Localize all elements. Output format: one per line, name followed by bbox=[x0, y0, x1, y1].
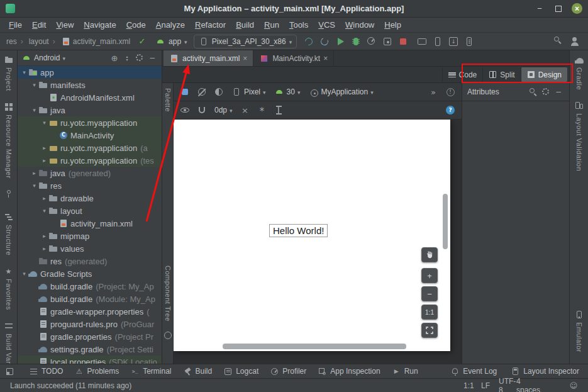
zoom-reset-button[interactable]: 1:1 bbox=[421, 305, 438, 320]
menu-item[interactable]: Analyze bbox=[151, 18, 190, 32]
tree-row[interactable]: ru.yotc.myapplication bbox=[18, 116, 162, 129]
lock-icon[interactable] bbox=[534, 381, 543, 390]
tool-window-button[interactable]: Gradle bbox=[575, 55, 584, 90]
night-mode-icon[interactable] bbox=[213, 86, 225, 98]
tree-row[interactable]: ru.yotc.myapplication (a bbox=[18, 142, 162, 154]
tree-chevron-icon[interactable] bbox=[40, 195, 48, 201]
menu-item[interactable]: Window bbox=[340, 18, 379, 32]
run-icon[interactable] bbox=[333, 35, 347, 48]
help-icon[interactable] bbox=[446, 106, 455, 115]
tool-window-button[interactable]: Resource Manager bbox=[4, 103, 13, 179]
design-canvas[interactable]: Hello World! bbox=[174, 120, 450, 351]
infer-constraints-icon[interactable] bbox=[256, 104, 269, 116]
logcat-device-icon[interactable] bbox=[462, 35, 476, 48]
tab-close-icon[interactable] bbox=[243, 54, 247, 63]
breadcrumb-item[interactable]: layout bbox=[17, 37, 49, 46]
warning-badge-icon[interactable] bbox=[447, 88, 455, 96]
tree-row[interactable]: res (generated) bbox=[18, 255, 162, 267]
design-mode-button[interactable]: Design bbox=[521, 67, 567, 82]
menu-item[interactable]: Code bbox=[121, 18, 151, 32]
tool-window-bar-item[interactable]: Profiler bbox=[270, 367, 306, 376]
menu-item[interactable]: Run bbox=[259, 18, 284, 32]
tool-window-button[interactable] bbox=[4, 189, 13, 201]
status-item[interactable]: 1:1 bbox=[463, 381, 472, 390]
stop-icon[interactable] bbox=[396, 35, 410, 48]
hide-panel-icon[interactable] bbox=[553, 86, 564, 98]
canvas-device-selector[interactable]: Pixel bbox=[230, 86, 268, 98]
orientation-icon[interactable] bbox=[196, 86, 208, 98]
coverage-icon[interactable] bbox=[380, 35, 394, 48]
tool-window-bar-item[interactable]: App Inspection bbox=[318, 367, 380, 376]
tree-row[interactable]: build.gradle (Module: My_Ap bbox=[18, 293, 162, 305]
tree-row[interactable]: activity_main.xml bbox=[18, 217, 162, 230]
tool-window-bar-item[interactable] bbox=[5, 367, 18, 376]
tool-window-button[interactable]: Layout Validation bbox=[575, 101, 584, 171]
zoom-in-button[interactable]: + bbox=[421, 268, 438, 283]
zoom-out-button[interactable]: − bbox=[421, 286, 438, 301]
tree-chevron-icon[interactable] bbox=[40, 145, 48, 151]
tool-window-button[interactable]: Project bbox=[4, 55, 13, 91]
status-item[interactable]: UTF-8 bbox=[499, 381, 508, 390]
menu-item[interactable]: File bbox=[4, 18, 27, 32]
zoom-fit-button[interactable] bbox=[421, 323, 438, 338]
menu-item[interactable]: Navigate bbox=[79, 18, 121, 32]
tree-chevron-icon[interactable] bbox=[30, 82, 38, 88]
tool-window-button[interactable]: Favorites bbox=[4, 267, 13, 310]
tree-row[interactable]: layout bbox=[18, 204, 162, 217]
view-options-icon[interactable] bbox=[179, 104, 191, 116]
reload-icon[interactable] bbox=[318, 35, 331, 48]
device-selector[interactable]: Pixel_3a_API_30_x86 bbox=[194, 35, 297, 48]
tool-window-bar-item[interactable]: Build bbox=[183, 367, 213, 376]
vertical-scrollbar[interactable] bbox=[443, 194, 448, 249]
api-selector[interactable]: 30 bbox=[272, 86, 302, 98]
split-mode-button[interactable]: Split bbox=[482, 67, 520, 82]
tree-row[interactable]: Gradle Scripts bbox=[18, 267, 162, 280]
tree-row[interactable]: proguard-rules.pro (ProGuar bbox=[18, 318, 162, 330]
menu-item[interactable]: Edit bbox=[27, 18, 51, 32]
menu-item[interactable]: Help bbox=[379, 18, 406, 32]
collapse-all-icon[interactable] bbox=[121, 52, 133, 64]
textview-hello-world[interactable]: Hello World! bbox=[269, 224, 328, 237]
status-item[interactable]: LF bbox=[481, 381, 490, 390]
gradle-sync-icon[interactable] bbox=[302, 35, 316, 48]
code-mode-button[interactable]: Code bbox=[442, 67, 483, 82]
breadcrumb-item[interactable]: activity_main.xml bbox=[49, 36, 130, 47]
tab-close-icon[interactable] bbox=[323, 54, 328, 63]
feedback-icon[interactable] bbox=[569, 381, 578, 390]
menu-item[interactable]: View bbox=[51, 18, 79, 32]
theme-selector[interactable]: MyApplication bbox=[306, 86, 375, 98]
overflow-icon[interactable] bbox=[427, 86, 440, 98]
tree-chevron-icon[interactable] bbox=[30, 182, 38, 189]
title-bar[interactable]: My Application – activity_main.xml [My_A… bbox=[0, 0, 588, 18]
tree-row[interactable]: AndroidManifest.xml bbox=[18, 91, 162, 104]
tree-row[interactable]: gradle-wrapper.properties ( bbox=[18, 305, 162, 318]
tree-chevron-icon[interactable] bbox=[40, 157, 48, 164]
tree-row[interactable]: mipmap bbox=[18, 230, 162, 242]
locate-file-icon[interactable] bbox=[109, 52, 120, 64]
editor-tab[interactable]: MainActivity.kt bbox=[253, 50, 334, 66]
close-button[interactable] bbox=[572, 3, 582, 14]
design-surface-icon[interactable] bbox=[179, 86, 191, 98]
tree-row[interactable]: java bbox=[18, 104, 162, 116]
avd-manager-icon[interactable] bbox=[431, 35, 445, 48]
tree-row[interactable]: drawable bbox=[18, 192, 162, 204]
autoconnect-icon[interactable] bbox=[196, 104, 208, 116]
tree-row[interactable]: MainActivity bbox=[18, 129, 162, 142]
clear-constraints-icon[interactable] bbox=[239, 104, 252, 116]
tool-window-button[interactable]: Structure bbox=[4, 213, 13, 255]
status-item[interactable]: 4 spaces bbox=[516, 381, 525, 390]
tree-row[interactable]: build.gradle (Project: My_Ap bbox=[18, 280, 162, 293]
project-view-selector[interactable]: Android bbox=[21, 53, 65, 63]
settings-gear-icon[interactable] bbox=[134, 52, 145, 64]
notifications-icon[interactable] bbox=[552, 381, 560, 390]
tree-row[interactable]: manifests bbox=[18, 79, 162, 91]
vcs-check-icon[interactable] bbox=[135, 35, 149, 48]
tree-row[interactable]: values bbox=[18, 242, 162, 255]
editor-tab[interactable]: activity_main.xml bbox=[164, 50, 253, 66]
menu-item[interactable]: VCS bbox=[313, 18, 340, 32]
tree-row[interactable]: settings.gradle (Project Setti bbox=[18, 343, 162, 356]
settings-gear-icon[interactable] bbox=[540, 86, 552, 98]
tool-window-bar-item[interactable]: Problems bbox=[74, 367, 119, 376]
tool-window-bar-item[interactable]: TODO bbox=[29, 367, 63, 376]
tree-row[interactable]: res bbox=[18, 179, 162, 192]
